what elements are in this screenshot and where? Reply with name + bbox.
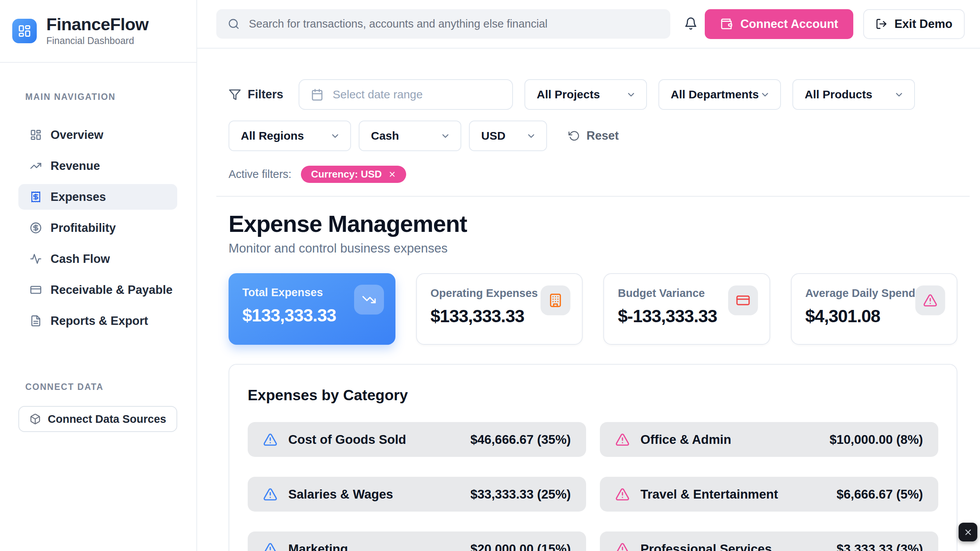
sidebar-item-receivable-payable[interactable]: Receivable & Payable [18, 277, 177, 303]
bell-icon [684, 17, 697, 30]
sidebar-item-label: Revenue [51, 159, 100, 173]
activity-icon [30, 253, 42, 265]
app-title: FinanceFlow [46, 16, 149, 33]
panel-title: Expenses by Category [248, 387, 938, 404]
reset-label: Reset [586, 129, 619, 143]
category-row-salaries-wages: Salaries & Wages $33,333.33 (25%) [248, 477, 586, 512]
credit-card-icon [736, 293, 750, 308]
category-name: Marketing [288, 542, 460, 551]
stat-icon-box [728, 285, 758, 315]
category-value: $6,666.67 (5%) [836, 487, 923, 502]
sidebar-item-reports-export[interactable]: Reports & Export [18, 308, 177, 334]
close-overlay-button[interactable] [959, 523, 977, 541]
projects-dropdown[interactable]: All Projects [524, 79, 647, 110]
page-title: Expense Management [229, 210, 957, 237]
currency-dropdown[interactable]: USD [469, 121, 547, 151]
active-filter-chip-label: Currency: USD [311, 168, 382, 180]
filters-label: Filters [248, 88, 283, 101]
category-name: Salaries & Wages [288, 487, 460, 502]
alert-triangle-icon [263, 432, 278, 447]
circle-dollar-icon [30, 222, 42, 234]
sidebar-item-profitability[interactable]: Profitability [18, 215, 177, 241]
chevron-down-icon [894, 90, 904, 100]
calendar-icon [311, 88, 323, 101]
alert-triangle-icon [263, 487, 278, 502]
products-dropdown-value: All Products [805, 88, 872, 101]
alert-triangle-icon [615, 542, 630, 551]
alert-triangle-icon [615, 487, 630, 502]
brand-header: FinanceFlow Financial Dashboard [0, 0, 196, 63]
section-divider [216, 196, 970, 197]
category-value: $10,000.00 (8%) [830, 432, 923, 447]
content: Filters Select date range All Projects A… [197, 49, 980, 551]
departments-dropdown-value: All Departments [671, 88, 759, 101]
layout-dashboard-icon [18, 24, 31, 38]
category-row-cost-of-goods-sold: Cost of Goods Sold $46,666.67 (35%) [248, 422, 586, 457]
payment-method-dropdown-value: Cash [371, 129, 399, 142]
layout-dashboard-icon [30, 129, 42, 141]
connect-data-sources-button[interactable]: Connect Data Sources [18, 406, 177, 432]
main-navigation: Overview Revenue Expenses Profitabil [18, 122, 177, 334]
wallet-icon [720, 18, 733, 30]
active-filter-chip-currency[interactable]: Currency: USD [301, 166, 406, 183]
nav-section-heading: MAIN NAVIGATION [25, 92, 177, 102]
filters-row-1: Filters Select date range All Projects A… [229, 79, 957, 110]
category-list: Cost of Goods Sold $46,666.67 (35%) Offi… [248, 422, 938, 551]
receipt-icon [30, 191, 42, 203]
connect-account-label: Connect Account [740, 17, 838, 31]
departments-dropdown[interactable]: All Departments [658, 79, 781, 110]
exit-demo-button[interactable]: Exit Demo [863, 9, 965, 39]
log-out-icon [875, 18, 887, 30]
stat-card-average-daily-spend: Average Daily Spend $4,301.08 [791, 273, 958, 345]
category-name: Professional Services [640, 542, 826, 551]
active-filters-label: Active filters: [229, 168, 291, 181]
regions-dropdown-value: All Regions [241, 129, 304, 142]
search-bar [216, 9, 670, 39]
stat-icon-box [541, 285, 570, 315]
products-dropdown[interactable]: All Products [792, 79, 915, 110]
chevron-down-icon [526, 131, 536, 141]
chevron-down-icon [760, 90, 770, 100]
regions-dropdown[interactable]: All Regions [229, 121, 351, 151]
stat-card-budget-variance: Budget Variance $-133,333.33 [603, 273, 770, 345]
category-row-professional-services: Professional Services $3,333.33 (3%) [600, 531, 938, 551]
search-icon [228, 18, 240, 30]
alert-triangle-icon [923, 293, 938, 308]
main-area: Connect Account Exit Demo Filters [197, 0, 980, 551]
brand-text: FinanceFlow Financial Dashboard [46, 16, 149, 46]
sidebar: FinanceFlow Financial Dashboard MAIN NAV… [0, 0, 197, 551]
sidebar-item-cash-flow[interactable]: Cash Flow [18, 246, 177, 272]
funnel-icon [229, 88, 241, 101]
stat-icon-box [354, 285, 384, 315]
building-icon [548, 293, 563, 308]
category-value: $20,000.00 (15%) [470, 542, 571, 551]
expenses-by-category-panel: Expenses by Category Cost of Goods Sold … [229, 364, 957, 551]
alert-triangle-icon [615, 432, 630, 447]
connect-data-heading: CONNECT DATA [25, 382, 177, 392]
search-input[interactable] [248, 17, 659, 31]
filters-row-2: All Regions Cash USD Reset [229, 121, 957, 151]
topbar: Connect Account Exit Demo [197, 0, 980, 49]
category-name: Travel & Entertainment [640, 487, 826, 502]
payment-method-dropdown[interactable]: Cash [359, 121, 461, 151]
stat-cards-row: Total Expenses $133,333.33 Operating Exp… [229, 273, 957, 345]
date-range-picker[interactable]: Select date range [299, 79, 513, 110]
sidebar-item-overview[interactable]: Overview [18, 122, 177, 148]
file-text-icon [30, 315, 42, 327]
sidebar-item-revenue[interactable]: Revenue [18, 153, 177, 179]
chevron-down-icon [440, 131, 451, 141]
connect-account-button[interactable]: Connect Account [705, 9, 853, 39]
currency-dropdown-value: USD [481, 129, 505, 142]
reset-filters-button[interactable]: Reset [566, 129, 621, 143]
category-row-marketing: Marketing $20,000.00 (15%) [248, 531, 586, 551]
notifications-button[interactable] [682, 15, 700, 34]
category-name: Office & Admin [640, 432, 819, 447]
stat-card-operating-expenses: Operating Expenses $133,333.33 [416, 273, 583, 345]
date-range-placeholder: Select date range [333, 88, 423, 101]
chevron-down-icon [626, 90, 636, 100]
sidebar-item-expenses[interactable]: Expenses [18, 184, 177, 210]
stat-card-total-expenses: Total Expenses $133,333.33 [229, 273, 395, 345]
chevron-down-icon [330, 131, 340, 141]
close-icon[interactable] [388, 170, 396, 178]
sidebar-item-label: Receivable & Payable [51, 283, 173, 297]
